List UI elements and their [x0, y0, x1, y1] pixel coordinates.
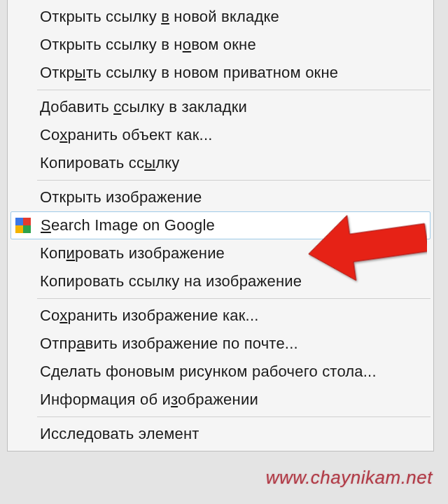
menu-separator: [37, 90, 430, 90]
menu-item-label: Отправить изображение по почте...: [40, 335, 298, 353]
menu-item-label: Открыть изображение: [40, 188, 202, 206]
menu-separator: [37, 298, 430, 299]
menu-item[interactable]: Открыть ссылку в новом приватном окне: [9, 59, 432, 87]
menu-item[interactable]: Сохранить изображение как...: [9, 302, 432, 330]
menu-item-label: Исследовать элемент: [40, 425, 200, 443]
menu-separator: [37, 180, 430, 181]
menu-item-label: Копировать изображение: [40, 244, 225, 262]
menu-item[interactable]: Копировать ссылку на изображение: [9, 267, 432, 295]
google-favicon-icon: [15, 218, 31, 233]
menu-item[interactable]: Открыть изображение: [9, 183, 432, 211]
menu-item[interactable]: Search Image on Google: [10, 211, 430, 239]
menu-item-label: Открыть ссылку в новой вкладке: [40, 8, 279, 26]
menu-item[interactable]: Открыть ссылку в новом окне: [9, 31, 432, 59]
menu-item-label: Сохранить объект как...: [40, 126, 213, 144]
menu-item-label: Сохранить изображение как...: [40, 307, 259, 325]
menu-item-label: Сделать фоновым рисунком рабочего стола.…: [40, 363, 377, 381]
menu-item[interactable]: Исследовать элемент: [9, 420, 432, 448]
menu-item-label: Search Image on Google: [41, 216, 215, 234]
menu-item-label: Копировать ссылку на изображение: [40, 272, 302, 290]
menu-item-label: Копировать ссылку: [40, 154, 180, 172]
menu-item[interactable]: Сделать фоновым рисунком рабочего стола.…: [9, 358, 432, 386]
menu-item-label: Информация об изображении: [40, 391, 258, 409]
menu-item[interactable]: Информация об изображении: [9, 386, 432, 414]
menu-item[interactable]: Открыть ссылку в новой вкладке: [9, 3, 432, 31]
menu-item[interactable]: Копировать изображение: [9, 239, 432, 267]
menu-item-label: Добавить ссылку в закладки: [40, 98, 247, 116]
menu-item-label: Открыть ссылку в новом окне: [40, 36, 256, 54]
menu-item-label: Открыть ссылку в новом приватном окне: [40, 64, 338, 82]
menu-item[interactable]: Копировать ссылку: [9, 149, 432, 177]
menu-separator: [37, 416, 430, 417]
menu-item[interactable]: Добавить ссылку в закладки: [9, 93, 432, 121]
menu-item[interactable]: Отправить изображение по почте...: [9, 330, 432, 358]
watermark-text: www.chaynikam.net: [266, 467, 433, 489]
menu-item[interactable]: Сохранить объект как...: [9, 121, 432, 149]
context-menu: Открыть ссылку в новой вкладкеОткрыть сс…: [7, 0, 434, 451]
